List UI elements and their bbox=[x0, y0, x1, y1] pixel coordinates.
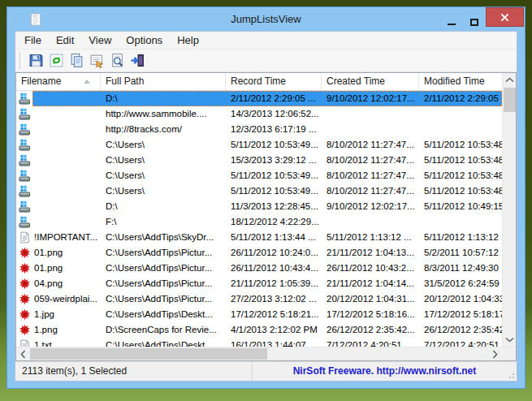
cell-full-path: C:\Users\AddTips\Pictur... bbox=[101, 245, 226, 261]
cell-record-time: 15/3/2013 3:29:12 ... bbox=[226, 153, 322, 168]
drive-icon bbox=[16, 214, 32, 230]
cell-modified-time: 5/11/2012 10:53:48... bbox=[419, 153, 502, 168]
cell-filename bbox=[32, 168, 101, 183]
titlebar[interactable]: JumpListsView bbox=[7, 7, 525, 31]
properties-button[interactable] bbox=[87, 51, 107, 71]
table-row[interactable]: 059-weirdplai...C:\Users\AddTips\Pictur.… bbox=[16, 291, 502, 307]
table-row[interactable]: C:\Users\5/11/2012 10:53:49...8/10/2012 … bbox=[16, 168, 502, 183]
column-header-full-path[interactable]: Full Path bbox=[101, 73, 226, 90]
table-row[interactable]: C:\Users\5/11/2012 10:53:49...8/10/2012 … bbox=[16, 183, 502, 199]
save-button[interactable] bbox=[26, 51, 46, 71]
column-header-modified-time[interactable]: Modified Time bbox=[419, 73, 502, 90]
table-row[interactable]: D:\11/3/2013 12:28:45...9/10/2012 12:02:… bbox=[16, 199, 502, 214]
vertical-scroll-thumb[interactable] bbox=[504, 88, 516, 112]
maximize-button[interactable] bbox=[463, 12, 486, 32]
cell-created-time bbox=[322, 122, 419, 137]
list-header: FilenameFull PathRecord TimeCreated Time… bbox=[16, 73, 502, 91]
cell-full-path: C:\Users\AddTips\Pictur... bbox=[101, 261, 226, 276]
status-nirsoft-link[interactable]: NirSoft Freeware. http://www.nirsoft.net bbox=[253, 362, 517, 381]
cell-filename: 01.png bbox=[32, 261, 101, 276]
cell-modified-time: 20/12/2012 1:04:33... bbox=[419, 291, 502, 307]
toolbar-grip bbox=[19, 53, 23, 69]
image-file-icon bbox=[16, 276, 32, 291]
table-row[interactable]: 01.pngC:\Users\AddTips\Pictur...26/11/20… bbox=[16, 261, 502, 276]
cell-filename: !IMPORTANT... bbox=[32, 230, 101, 245]
cell-full-path: http://www.sammobile.... bbox=[101, 106, 226, 122]
menu-view[interactable]: View bbox=[81, 32, 119, 49]
cell-record-time: 11/3/2013 12:28:45... bbox=[226, 199, 322, 214]
copy-icon bbox=[69, 53, 84, 68]
horizontal-scroll-thumb[interactable] bbox=[30, 348, 267, 360]
cell-record-time: 16/1/2013 1:44:07 ... bbox=[226, 338, 322, 347]
scroll-left-button[interactable] bbox=[16, 347, 30, 360]
cell-full-path: C:\Users\ bbox=[101, 137, 226, 153]
table-row[interactable]: 1.pngD:\ScreenCaps for Revie...4/1/2013 … bbox=[16, 322, 502, 338]
scroll-up-button[interactable] bbox=[503, 73, 516, 87]
save-icon bbox=[28, 53, 44, 68]
cell-created-time: 26/11/2012 10:43:2... bbox=[322, 261, 419, 276]
minimize-button[interactable] bbox=[440, 12, 463, 32]
cell-created-time: 9/10/2012 12:02:17... bbox=[322, 199, 419, 214]
table-row[interactable]: C:\Users\15/3/2013 3:29:12 ...8/10/2012 … bbox=[16, 153, 502, 168]
scroll-right-button[interactable] bbox=[488, 347, 502, 360]
drive-icon bbox=[16, 199, 32, 214]
table-row[interactable]: D:\2/11/2012 2:29:05 ...9/10/2012 12:02:… bbox=[16, 91, 502, 106]
scroll-down-button[interactable] bbox=[503, 333, 516, 347]
menu-file[interactable]: File bbox=[17, 32, 49, 49]
cell-filename: 1.txt bbox=[32, 338, 101, 347]
find-button[interactable] bbox=[107, 51, 128, 71]
cell-modified-time bbox=[419, 122, 502, 137]
table-row[interactable]: 1.jpgC:\Users\AddTips\Deskt...17/12/2012… bbox=[16, 307, 502, 322]
table-row[interactable]: 1.txtC:\Users\AddTips\Deskt...16/1/2013 … bbox=[16, 338, 502, 347]
cell-modified-time: 31/5/2012 6:24:59 ... bbox=[419, 276, 502, 291]
cell-full-path: C:\Users\AddTips\Pictur... bbox=[101, 276, 226, 291]
cell-created-time: 5/11/2012 1:13:12 ... bbox=[322, 230, 419, 245]
drive-icon bbox=[16, 91, 32, 106]
cell-full-path: C:\Users\ bbox=[101, 168, 226, 183]
menu-options[interactable]: Options bbox=[119, 32, 170, 49]
cell-modified-time: 5/11/2012 10:53:48... bbox=[419, 168, 502, 183]
copy-button[interactable] bbox=[67, 51, 87, 71]
cell-modified-time: 26/12/2012 2:35:42... bbox=[419, 322, 502, 338]
cell-created-time: 9/10/2012 12:02:17... bbox=[322, 91, 419, 106]
cell-created-time bbox=[322, 214, 419, 230]
table-row[interactable]: http://8tracks.com/12/3/2013 6:17:19 ... bbox=[16, 122, 502, 137]
cell-record-time: 27/2/2013 3:12:02 ... bbox=[226, 291, 322, 307]
column-header-record-time[interactable]: Record Time bbox=[226, 73, 322, 90]
cell-created-time: 26/12/2012 2:35:42... bbox=[322, 322, 419, 338]
resize-grip-icon[interactable] bbox=[507, 371, 515, 379]
cell-filename: 01.png bbox=[32, 245, 101, 261]
cell-modified-time bbox=[419, 106, 502, 122]
column-header-created-time[interactable]: Created Time bbox=[322, 73, 419, 90]
cell-filename bbox=[32, 91, 101, 106]
cell-modified-time: 17/12/2012 5:18:17... bbox=[419, 307, 502, 322]
chevron-left-icon bbox=[20, 350, 26, 359]
table-row[interactable]: 04.pngC:\Users\AddTips\Pictur...21/11/20… bbox=[16, 276, 502, 291]
table-row[interactable]: C:\Users\5/11/2012 10:53:49...8/10/2012 … bbox=[16, 137, 502, 153]
cell-record-time: 26/11/2012 10:43:4... bbox=[226, 261, 322, 276]
cell-modified-time: 5/11/2012 10:49:15... bbox=[419, 199, 502, 214]
cell-record-time: 21/11/2012 1:05:39... bbox=[226, 276, 322, 291]
refresh-button[interactable] bbox=[46, 51, 67, 71]
drive-icon bbox=[16, 168, 32, 183]
column-header-filename[interactable]: Filename bbox=[16, 73, 101, 90]
cell-record-time: 14/3/2013 12:06:52... bbox=[226, 106, 322, 122]
table-row[interactable]: 01.pngC:\Users\AddTips\Pictur...26/11/20… bbox=[16, 245, 502, 261]
cell-modified-time: 5/11/2012 10:53:48... bbox=[419, 137, 502, 153]
cell-filename bbox=[32, 137, 101, 153]
table-row[interactable]: !IMPORTANT...C:\Users\AddTips\SkyDr...5/… bbox=[16, 230, 502, 245]
vertical-scrollbar[interactable] bbox=[502, 73, 516, 347]
menu-edit[interactable]: Edit bbox=[49, 32, 81, 49]
table-row[interactable]: http://www.sammobile....14/3/2013 12:06:… bbox=[16, 106, 502, 122]
horizontal-scrollbar[interactable] bbox=[16, 347, 516, 360]
table-row[interactable]: F:\18/12/2012 4:22:29... bbox=[16, 214, 502, 230]
exit-button[interactable] bbox=[128, 51, 148, 71]
refresh-icon bbox=[49, 53, 64, 68]
properties-icon bbox=[89, 53, 105, 68]
cell-filename bbox=[32, 199, 101, 214]
cell-created-time: 8/10/2012 11:27:47... bbox=[322, 137, 419, 153]
cell-modified-time: 5/11/2012 1:13:12 ... bbox=[419, 230, 502, 245]
menu-help[interactable]: Help bbox=[170, 32, 206, 49]
cell-full-path: C:\Users\AddTips\Deskt... bbox=[101, 338, 226, 347]
close-button[interactable] bbox=[486, 7, 524, 27]
